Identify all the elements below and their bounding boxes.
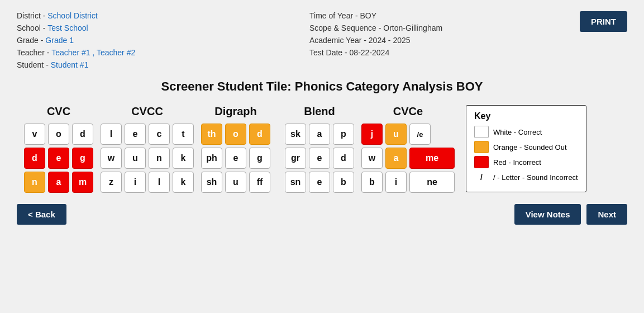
tile: sk (285, 124, 306, 145)
grade-info: Grade - Grade 1 (17, 36, 207, 45)
tile: d (24, 148, 45, 169)
tile: i (385, 172, 407, 193)
header-middle: Time of Year - BOY Scope & Sequence - Or… (309, 11, 477, 57)
tile: a (48, 172, 69, 193)
orange-swatch (474, 141, 489, 153)
district-value: School District (47, 11, 97, 20)
key-white: White - Correct (474, 126, 578, 138)
category-digraph: Digraph th o d ph e g sh u ff (194, 105, 278, 193)
testdate-info: Test Date - 08-22-2024 (309, 48, 477, 57)
tile: gr (285, 148, 306, 169)
tile: g (72, 148, 93, 169)
category-cvcc: CVCC l e c t w u n k z i l k (101, 105, 194, 193)
tile: ph (201, 148, 222, 169)
category-cvce: CVCe j u /e w a me b i ne (361, 105, 455, 193)
tile: w (101, 148, 122, 169)
cvce-row3: b i ne (361, 172, 455, 193)
school-info: School - Test School (17, 23, 207, 32)
cvce-grid: j u /e w a me b i ne (361, 124, 455, 193)
red-swatch (474, 156, 489, 168)
tile: d (72, 124, 93, 145)
cvce-title: CVCe (393, 105, 423, 118)
cvcc-title: CVCC (131, 105, 163, 118)
student-label: Student - (17, 60, 51, 69)
header-left: District - School District School - Test… (17, 11, 207, 69)
tile: z (101, 172, 122, 193)
cvce-row2: w a me (361, 148, 455, 169)
tile: i (125, 172, 146, 193)
digraph-grid: th o d ph e g sh u ff (201, 124, 270, 193)
tile: n (149, 148, 170, 169)
print-button[interactable]: PRINT (580, 11, 627, 32)
tile: e (125, 124, 146, 145)
key-red-label: Red - Incorrect (493, 158, 541, 167)
tile: ne (409, 172, 455, 193)
grade-label: Grade - (17, 36, 45, 45)
tile: sh (201, 172, 222, 193)
district-label: District - (17, 11, 47, 20)
tile: l (149, 172, 170, 193)
key-orange: Orange - Sounded Out (474, 141, 578, 153)
footer-row: < Back View Notes Next (17, 204, 627, 225)
white-swatch (474, 126, 489, 138)
back-button[interactable]: < Back (17, 204, 66, 225)
school-value: Test School (47, 23, 88, 32)
page: District - School District School - Test… (0, 0, 644, 313)
teacher-info: Teacher - Teacher #1 , Teacher #2 (17, 48, 207, 57)
cvcc-grid: l e c t w u n k z i l k (101, 124, 194, 193)
tile: a (309, 124, 330, 145)
digraph-title: Digraph (214, 105, 257, 118)
teacher-value: Teacher #1 , Teacher #2 (51, 48, 135, 57)
tile: e (309, 148, 330, 169)
category-cvc: CVC v o d d e g n a m (17, 105, 101, 193)
key-white-label: White - Correct (493, 128, 542, 136)
student-info: Student - Student #1 (17, 60, 207, 69)
tile: sn (285, 172, 306, 193)
title-section: Screener Student Tile: Phonics Category … (17, 79, 627, 94)
key-box: Key White - Correct Orange - Sounded Out… (466, 105, 586, 192)
page-title: Screener Student Tile: Phonics Category … (161, 79, 483, 93)
student-value: Student #1 (51, 60, 89, 69)
tile: e (225, 148, 246, 169)
tile: l (101, 124, 122, 145)
tile: b (333, 172, 354, 193)
tile: b (361, 172, 383, 193)
tile: d (333, 148, 354, 169)
tile: p (333, 124, 354, 145)
key-red: Red - Incorrect (474, 156, 578, 168)
tile: j (361, 124, 383, 145)
year-info: Academic Year - 2024 - 2025 (309, 36, 477, 45)
tile: d (249, 124, 270, 145)
tile: k (173, 148, 194, 169)
tile: g (249, 148, 270, 169)
grade-value: Grade 1 (45, 36, 74, 45)
tile: t (173, 124, 194, 145)
tile: m (72, 172, 93, 193)
key-slash: / / - Letter - Sound Incorrect (474, 171, 578, 183)
tile: o (48, 124, 69, 145)
time-info: Time of Year - BOY (309, 11, 477, 20)
blend-grid: sk a p gr e d sn e b (285, 124, 354, 193)
key-slash-label: / - Letter - Sound Incorrect (493, 173, 578, 182)
blend-title: Blend (304, 105, 335, 118)
tile: u (385, 124, 407, 145)
tile: e (48, 148, 69, 169)
school-label: School - (17, 23, 47, 32)
view-notes-button[interactable]: View Notes (514, 204, 581, 225)
scope-info: Scope & Sequence - Orton-Gillingham (309, 23, 477, 32)
slash-swatch: / (474, 171, 489, 183)
tile: u (125, 148, 146, 169)
tile: /e (409, 124, 431, 145)
key-orange-label: Orange - Sounded Out (493, 143, 567, 151)
tile: k (173, 172, 194, 193)
cvc-title: CVC (47, 105, 70, 118)
tile: u (225, 172, 246, 193)
footer-right: View Notes Next (514, 204, 627, 225)
next-button[interactable]: Next (586, 204, 627, 225)
cvc-grid: v o d d e g n a m (24, 124, 93, 193)
tile: n (24, 172, 45, 193)
cvce-row1: j u /e (361, 124, 455, 145)
district-info: District - School District (17, 11, 207, 20)
tile: e (309, 172, 330, 193)
tile: v (24, 124, 45, 145)
